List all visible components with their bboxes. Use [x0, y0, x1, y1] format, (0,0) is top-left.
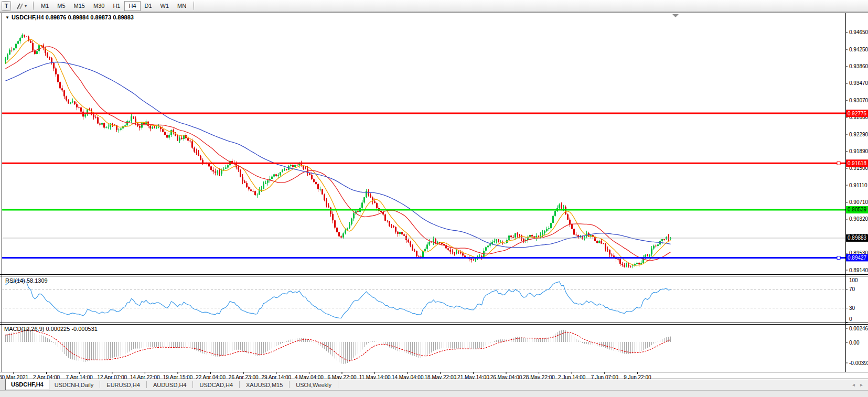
tab-usdcad-h4[interactable]: USDCAD,H4 [194, 379, 238, 390]
tab-usoil-weekly[interactable]: USOil,Weekly [291, 379, 337, 390]
hline-marker [837, 162, 840, 165]
hline-marker [837, 256, 840, 259]
tab-usdcnh-daily[interactable]: USDCNH,Daily [49, 379, 99, 390]
svg-text:0.90710: 0.90710 [849, 199, 868, 205]
symbol-dropdown-icon[interactable]: ▼ [5, 15, 9, 20]
svg-text:0: 0 [849, 316, 852, 322]
svg-text:30: 30 [849, 305, 855, 311]
tab-scroll-right-icon[interactable]: ▸ [860, 382, 863, 388]
tab-separator [338, 381, 338, 388]
svg-text:0.92775: 0.92775 [848, 111, 867, 116]
chart-title-text: USDCHF,H4 0.89876 0.89884 0.89873 0.8988… [12, 14, 134, 20]
chart-title: ▼USDCHF,H4 0.89876 0.89884 0.89873 0.898… [5, 14, 134, 20]
tab-separator [192, 381, 193, 388]
svg-text:0.91618: 0.91618 [848, 160, 867, 166]
tab-audusd-h4[interactable]: AUDUSD,H4 [148, 379, 192, 390]
status-bar [0, 390, 868, 397]
tab-separator [239, 381, 240, 388]
svg-text:0.93070: 0.93070 [849, 98, 868, 103]
svg-text:0.89140: 0.89140 [849, 267, 868, 273]
svg-text:0.90320: 0.90320 [849, 216, 868, 222]
tab-eurusd-h4[interactable]: EURUSD,H4 [101, 379, 145, 390]
svg-text:0.00: 0.00 [849, 340, 860, 346]
svg-text:0.92290: 0.92290 [849, 132, 868, 137]
svg-text:70: 70 [849, 286, 855, 292]
svg-text:0.89427: 0.89427 [848, 255, 867, 261]
tab-separator [289, 381, 290, 388]
tab-separator [146, 381, 147, 388]
svg-text:-0.003939: -0.003939 [849, 360, 868, 366]
svg-text:0.93860: 0.93860 [849, 63, 868, 69]
svg-text:0.91110: 0.91110 [849, 183, 867, 188]
svg-text:0.91890: 0.91890 [849, 148, 868, 154]
rsi-indicator-label: RSI(14) 58.1309 [5, 277, 48, 284]
tab-separator [100, 381, 100, 388]
svg-text:0.94250: 0.94250 [849, 47, 868, 52]
svg-text:100: 100 [849, 277, 858, 283]
tab-list-button[interactable] [0, 379, 5, 390]
tab-scroll-left-icon[interactable]: ◂ [852, 382, 855, 388]
tab-usdchf-h4[interactable]: USDCHF,H4 [5, 379, 49, 390]
chart-background [0, 13, 868, 379]
svg-text:0.89883: 0.89883 [848, 235, 867, 241]
price-chart-canvas[interactable]: 0.946500.942500.938600.934700.930700.926… [0, 0, 868, 397]
chart-tab-bar: USDCHF,H4 USDCNH,Daily EURUSD,H4 AUDUSD,… [0, 379, 868, 390]
svg-text:0.002465: 0.002465 [849, 326, 868, 331]
tab-xauusd-m15[interactable]: XAUUSD,M15 [241, 379, 288, 390]
svg-text:0.90539: 0.90539 [848, 207, 867, 212]
svg-text:0.93470: 0.93470 [849, 80, 868, 86]
macd-indicator-label: MACD(12,26,9) 0.000225 -0.000531 [4, 326, 98, 332]
svg-text:0.94650: 0.94650 [849, 29, 868, 35]
